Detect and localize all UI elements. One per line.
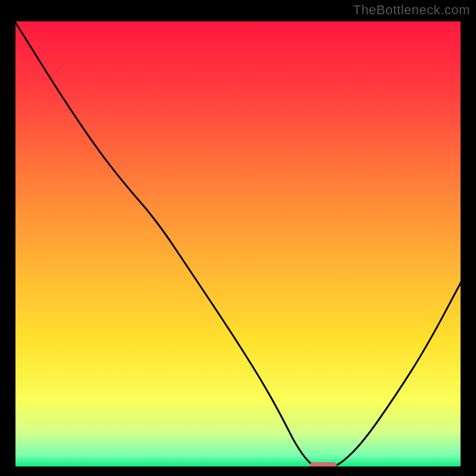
chart-svg xyxy=(14,20,462,468)
chart-background xyxy=(14,20,462,468)
plot-area xyxy=(14,20,462,468)
watermark-text: TheBottleneck.com xyxy=(353,2,470,18)
chart-container: TheBottleneck.com xyxy=(0,0,476,476)
